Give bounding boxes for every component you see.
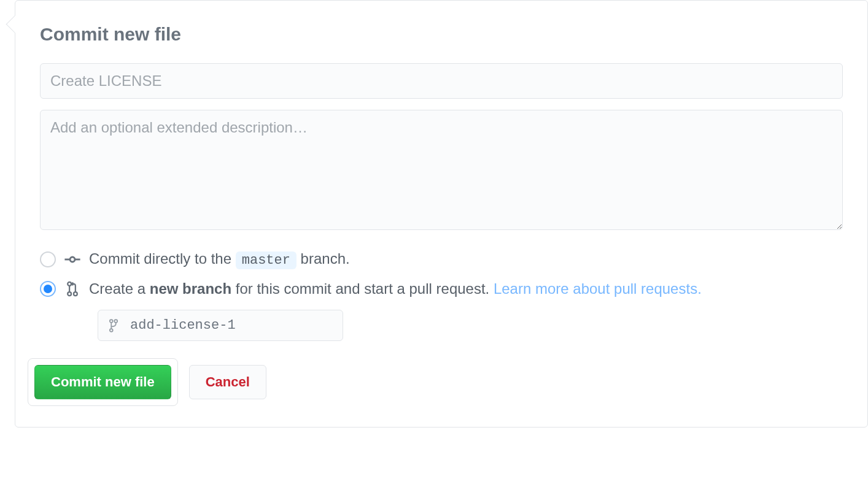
commit-icon bbox=[64, 254, 80, 265]
branch-name-input-wrap bbox=[98, 310, 343, 341]
panel-heading: Commit new file bbox=[40, 24, 843, 45]
commit-panel: Commit new file Commit directly to the m… bbox=[15, 0, 868, 428]
branch-name-input[interactable] bbox=[98, 310, 343, 341]
learn-more-link[interactable]: Learn more about pull requests. bbox=[494, 280, 702, 297]
commit-title-input[interactable] bbox=[40, 63, 843, 99]
commit-target-radio-group: Commit directly to the master branch. bbox=[40, 250, 843, 297]
action-buttons: Commit new file Cancel bbox=[28, 358, 843, 406]
svg-point-4 bbox=[68, 292, 71, 296]
cancel-button[interactable]: Cancel bbox=[189, 365, 266, 399]
radio-option-direct-commit[interactable]: Commit directly to the master branch. bbox=[40, 250, 843, 268]
svg-point-9 bbox=[110, 329, 113, 332]
svg-point-0 bbox=[70, 257, 75, 262]
radio-option-new-branch[interactable]: Create a new branch for this commit and … bbox=[40, 280, 843, 297]
svg-point-5 bbox=[74, 292, 77, 296]
svg-point-8 bbox=[114, 320, 117, 323]
radio-label-new-branch: Create a new branch for this commit and … bbox=[89, 280, 702, 297]
git-branch-icon bbox=[107, 318, 120, 333]
commit-button-highlight: Commit new file bbox=[28, 358, 178, 406]
commit-new-file-button[interactable]: Commit new file bbox=[34, 365, 171, 399]
pull-request-icon bbox=[64, 281, 80, 297]
radio-button-direct[interactable] bbox=[40, 251, 56, 267]
radio-label-direct: Commit directly to the master branch. bbox=[89, 250, 350, 268]
svg-point-7 bbox=[110, 320, 113, 323]
commit-description-textarea[interactable] bbox=[40, 110, 843, 230]
radio-button-new-branch[interactable] bbox=[40, 281, 56, 297]
branch-chip-master: master bbox=[236, 251, 296, 269]
